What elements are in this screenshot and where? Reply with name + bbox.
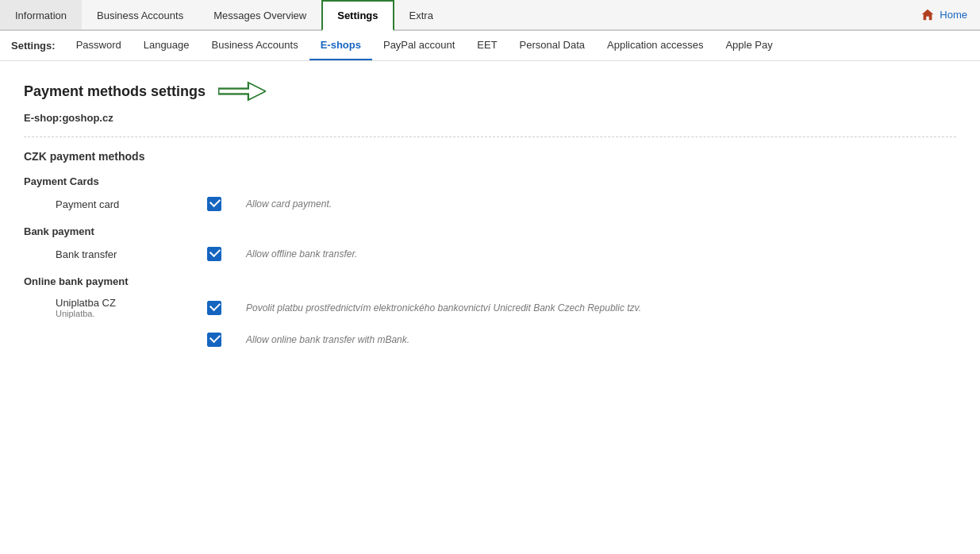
divider — [24, 137, 956, 137]
table-row: Uniplatba CZ Uniplatba. Povolit platbu p… — [24, 297, 956, 318]
bank-transfer-checkbox[interactable] — [207, 247, 221, 261]
page-title: Payment methods settings — [24, 83, 206, 100]
payment-cards-title: Payment Cards — [24, 175, 956, 187]
settings-label: Settings: — [8, 32, 65, 60]
home-link[interactable]: Home — [908, 0, 980, 29]
mbank-desc: Allow online bank transfer with mBank. — [246, 334, 409, 345]
svg-marker-1 — [220, 83, 265, 99]
bank-transfer-name: Bank transfer — [56, 248, 198, 260]
sub-tab-application-accesses[interactable]: Application accesses — [596, 31, 714, 60]
czk-section: CZK payment methods Payment Cards Paymen… — [24, 150, 956, 347]
tab-extra[interactable]: Extra — [394, 0, 448, 29]
payment-card-desc: Allow card payment. — [246, 198, 332, 210]
bank-transfer-checkbox-wrapper — [198, 247, 230, 261]
sub-nav: Settings: Password Language Business Acc… — [0, 31, 980, 61]
tab-settings[interactable]: Settings — [321, 0, 394, 31]
tab-messages-overview[interactable]: Messages Overview — [198, 0, 321, 29]
home-icon — [920, 8, 935, 22]
eshop-label: E-shop:goshop.cz — [24, 112, 956, 124]
payment-card-checkbox-wrapper — [198, 197, 230, 211]
online-bank-payment-subsection: Online bank payment Uniplatba CZ Uniplat… — [24, 275, 956, 347]
czk-section-title: CZK payment methods — [24, 150, 956, 163]
main-content: Payment methods settings E-shop:goshop.c… — [0, 61, 980, 377]
bank-payment-title: Bank payment — [24, 225, 956, 237]
sub-tab-eet[interactable]: EET — [466, 31, 508, 60]
sub-tab-business-accounts[interactable]: Business Accounts — [201, 31, 309, 60]
top-nav: Information Business Accounts Messages O… — [0, 0, 980, 31]
arrow-indicator — [218, 77, 266, 106]
payment-cards-subsection: Payment Cards Payment card Allow card pa… — [24, 175, 956, 211]
uniplatba-cz-name: Uniplatba CZ Uniplatba. — [56, 297, 198, 318]
tab-information[interactable]: Information — [0, 0, 82, 29]
tab-business-accounts[interactable]: Business Accounts — [82, 0, 198, 29]
payment-card-name: Payment card — [56, 198, 198, 210]
online-bank-payment-title: Online bank payment — [24, 275, 956, 287]
mbank-checkbox[interactable] — [207, 333, 221, 347]
left-arrow-icon — [218, 77, 266, 106]
sub-tab-e-shops[interactable]: E-shops — [309, 31, 372, 60]
uniplatba-cz-checkbox[interactable] — [207, 301, 221, 315]
table-row: Bank transfer Allow offline bank transfe… — [24, 247, 956, 261]
page-title-row: Payment methods settings — [24, 77, 956, 106]
uniplatba-cz-desc: Povolit platbu prostřednictvím elektroni… — [246, 302, 641, 314]
bank-transfer-desc: Allow offline bank transfer. — [246, 248, 357, 260]
table-row: Allow online bank transfer with mBank. — [24, 333, 956, 347]
payment-card-checkbox[interactable] — [207, 197, 221, 211]
uniplatba-cz-checkbox-wrapper — [198, 301, 230, 315]
sub-tab-password[interactable]: Password — [65, 31, 133, 60]
bank-payment-subsection: Bank payment Bank transfer Allow offline… — [24, 225, 956, 261]
mbank-checkbox-wrapper — [198, 333, 230, 347]
table-row: Payment card Allow card payment. — [24, 197, 956, 211]
sub-tab-paypal-account[interactable]: PayPal account — [372, 31, 466, 60]
sub-tab-language[interactable]: Language — [133, 31, 201, 60]
sub-tab-personal-data[interactable]: Personal Data — [509, 31, 596, 60]
sub-tab-apple-pay[interactable]: Apple Pay — [714, 31, 783, 60]
